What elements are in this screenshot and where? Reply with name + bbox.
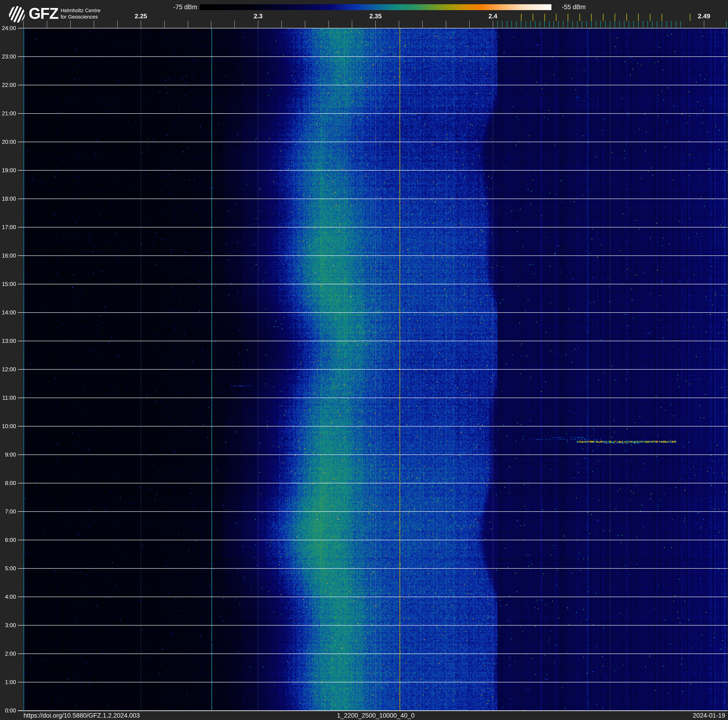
ble-channel-tick bbox=[540, 21, 540, 28]
hour-gridline bbox=[18, 170, 728, 171]
hour-label: 12:00 bbox=[0, 366, 16, 373]
ble-channel-tick bbox=[591, 21, 592, 28]
hour-gridline bbox=[18, 113, 728, 114]
hour-gridline bbox=[18, 369, 728, 370]
hour-gridline bbox=[18, 85, 728, 85]
freq-major-tick bbox=[328, 21, 329, 28]
ble-channel-tick bbox=[601, 21, 601, 28]
ble-channel-tick bbox=[535, 21, 535, 28]
freq-major-tick bbox=[47, 21, 47, 28]
wifi-channel-tick bbox=[521, 14, 522, 21]
ble-channel-tick bbox=[680, 21, 681, 28]
hour-gridline bbox=[18, 568, 728, 569]
ble-channel-tick bbox=[605, 21, 606, 28]
wifi-channel-tick bbox=[567, 14, 568, 21]
hour-gridline bbox=[18, 540, 728, 540]
hour-label: 24:00 bbox=[0, 25, 16, 32]
dataset-id: 1_2200_2500_10000_40_0 bbox=[337, 712, 414, 719]
ble-channel-tick bbox=[652, 21, 653, 28]
colorbar-max-label: -55 dBm bbox=[562, 4, 586, 11]
ble-channel-tick bbox=[586, 21, 587, 28]
ble-channel-tick bbox=[647, 21, 648, 28]
ble-channel-tick bbox=[507, 21, 507, 28]
ble-channel-tick bbox=[516, 21, 517, 28]
hour-label: 4:00 bbox=[0, 594, 16, 600]
doi-link[interactable]: https://doi.org/10.5880/GFZ.1.2.2024.003 bbox=[23, 712, 140, 719]
hour-label: 6:00 bbox=[0, 537, 16, 543]
hour-label: 8:00 bbox=[0, 480, 16, 486]
hour-label: 5:00 bbox=[0, 565, 16, 572]
hour-label: 1:00 bbox=[0, 679, 16, 685]
freq-major-tick bbox=[211, 21, 211, 28]
hour-label: 19:00 bbox=[0, 167, 16, 174]
hour-gridline bbox=[18, 597, 728, 597]
ble-channel-tick bbox=[633, 21, 634, 28]
hour-gridline bbox=[18, 57, 728, 57]
hour-label: 21:00 bbox=[0, 110, 16, 117]
ble-channel-tick bbox=[619, 21, 620, 28]
ble-channel-tick bbox=[530, 21, 531, 28]
gfz-subtitle-line2: for Geosciences bbox=[61, 14, 101, 20]
ble-channel-tick bbox=[629, 21, 629, 28]
hour-gridline bbox=[18, 256, 728, 256]
wifi-channel-tick bbox=[615, 14, 615, 21]
hour-label: 9:00 bbox=[0, 451, 16, 458]
hour-gridline bbox=[18, 398, 728, 398]
hour-label: 18:00 bbox=[0, 196, 16, 202]
ble-channel-tick bbox=[558, 21, 559, 28]
freq-tick-label: 2.25 bbox=[135, 13, 147, 20]
wifi-channel-tick bbox=[690, 14, 690, 21]
hour-label: 10:00 bbox=[0, 423, 16, 430]
colorbar-min-label: -75 dBm bbox=[164, 4, 197, 11]
hour-gridline bbox=[18, 284, 728, 284]
ble-channel-tick bbox=[596, 21, 596, 28]
hour-label: 11:00 bbox=[0, 395, 16, 401]
wifi-channel-tick bbox=[603, 14, 604, 21]
ble-channel-tick bbox=[615, 21, 615, 28]
wifi-channel-tick bbox=[650, 14, 650, 21]
ble-channel-tick bbox=[554, 21, 554, 28]
freq-major-tick bbox=[704, 21, 704, 28]
ble-channel-tick bbox=[549, 21, 549, 28]
freq-major-tick bbox=[493, 21, 493, 28]
hour-gridline bbox=[18, 312, 728, 313]
ble-channel-tick bbox=[511, 21, 512, 28]
hour-gridline bbox=[18, 341, 728, 341]
freq-major-tick bbox=[305, 21, 305, 28]
freq-major-tick bbox=[281, 21, 282, 28]
ble-channel-tick bbox=[666, 21, 667, 28]
freq-major-tick bbox=[94, 21, 94, 28]
hour-gridline bbox=[18, 710, 728, 711]
hour-gridline bbox=[18, 455, 728, 455]
ble-channel-tick bbox=[624, 21, 624, 28]
freq-major-tick bbox=[23, 21, 24, 28]
ble-edge-tick bbox=[726, 21, 726, 28]
freq-tick-label: 2.4 bbox=[488, 13, 497, 20]
freq-major-tick bbox=[70, 21, 71, 28]
hour-gridline bbox=[18, 142, 728, 142]
hour-label: 2:00 bbox=[0, 650, 16, 657]
wifi-channel-tick bbox=[626, 14, 627, 21]
hour-label: 0:00 bbox=[0, 707, 16, 714]
ble-channel-tick bbox=[521, 21, 522, 28]
wifi-channel-tick bbox=[662, 14, 662, 21]
ble-channel-tick bbox=[676, 21, 676, 28]
freq-major-tick bbox=[352, 21, 352, 28]
freq-major-tick bbox=[188, 21, 188, 28]
freq-tick-label: 2.3 bbox=[254, 13, 263, 20]
hour-gridline bbox=[18, 625, 728, 625]
wifi-channel-tick bbox=[532, 14, 533, 21]
hour-gridline bbox=[18, 483, 728, 483]
ble-channel-tick bbox=[577, 21, 578, 28]
freq-major-tick bbox=[164, 21, 165, 28]
hour-gridline bbox=[18, 511, 728, 512]
hour-label: 3:00 bbox=[0, 622, 16, 629]
freq-major-tick bbox=[258, 21, 258, 28]
ble-channel-tick bbox=[567, 21, 568, 28]
wifi-channel-tick bbox=[638, 14, 639, 21]
colorbar-gradient bbox=[200, 4, 551, 10]
ble-channel-tick bbox=[657, 21, 657, 28]
freq-major-tick bbox=[469, 21, 470, 28]
gfz-globe-icon bbox=[9, 6, 25, 23]
ble-channel-tick bbox=[671, 21, 671, 28]
